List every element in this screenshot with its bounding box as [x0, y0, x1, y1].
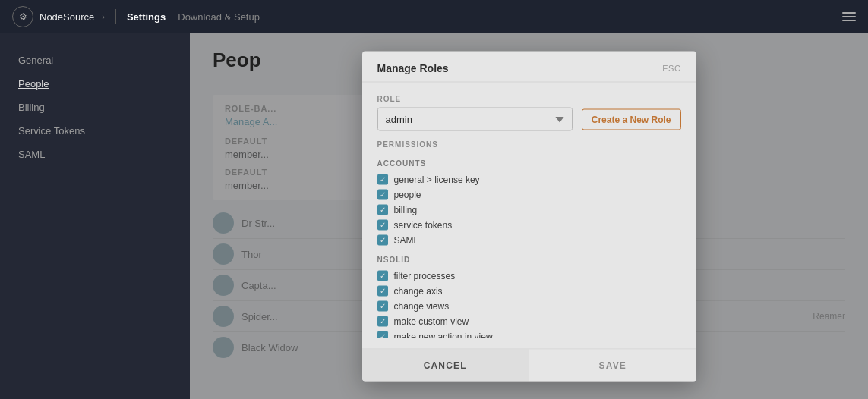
perm-text: make new action in view — [394, 331, 493, 338]
perm-item-make-new-action: make new action in view — [377, 329, 681, 338]
perm-item-make-custom-view: make custom view — [377, 314, 681, 329]
perm-item-change-views: change views — [377, 299, 681, 314]
sidebar-item-people[interactable]: People — [0, 72, 190, 96]
perm-text: change views — [394, 301, 450, 312]
cancel-button[interactable]: CANCEL — [362, 350, 530, 382]
perm-item-change-axis: change axis — [377, 284, 681, 299]
perm-text: make custom view — [394, 316, 469, 327]
top-nav: ⚙ NodeSource › Settings Download & Setup — [0, 0, 868, 33]
perm-checkbox[interactable] — [377, 301, 388, 312]
logo-icon: ⚙ — [12, 6, 33, 27]
perm-checkbox[interactable] — [377, 286, 388, 297]
nsolid-group-label: NSOLID — [377, 256, 681, 264]
content-area: Peop ROLE-BA... Manage A... DEFAULT memb… — [190, 33, 868, 399]
nav-download[interactable]: Download & Setup — [178, 11, 260, 23]
permissions-section: ACCOUNTS general > license key people bi… — [377, 156, 681, 338]
hamburger-menu[interactable] — [842, 12, 856, 21]
perm-text: people — [394, 190, 421, 200]
logo-chevron: › — [102, 12, 105, 21]
perm-checkbox[interactable] — [377, 331, 388, 338]
nav-settings[interactable]: Settings — [127, 11, 166, 23]
perm-text: filter processes — [394, 271, 456, 281]
modal-body: ROLE admin member viewer Create a New Ro… — [362, 83, 696, 338]
perm-checkbox[interactable] — [377, 316, 388, 327]
sidebar-item-saml[interactable]: SAML — [0, 143, 190, 166]
perm-item-people: people — [377, 187, 681, 203]
logo-area: ⚙ NodeSource › — [12, 6, 105, 27]
modal-header: Manage Roles ESC — [362, 52, 696, 83]
save-button[interactable]: SAVE — [529, 350, 696, 382]
perm-text: service tokens — [394, 220, 453, 231]
sidebar-item-billing[interactable]: Billing — [0, 96, 190, 119]
perm-checkbox[interactable] — [377, 205, 388, 215]
perm-checkbox[interactable] — [377, 190, 388, 200]
perm-text: SAML — [394, 235, 419, 246]
perm-checkbox[interactable] — [377, 220, 388, 231]
permissions-label: PERMISSIONS — [377, 140, 681, 149]
perm-item-billing: billing — [377, 203, 681, 218]
perm-text: change axis — [394, 286, 443, 297]
nav-divider — [115, 9, 116, 24]
sidebar-item-general[interactable]: General — [0, 49, 190, 72]
perm-checkbox[interactable] — [377, 235, 388, 246]
create-new-role-button[interactable]: Create a New Role — [582, 108, 681, 130]
perm-text: general > license key — [394, 174, 480, 185]
sidebar-item-service-tokens[interactable]: Service Tokens — [0, 119, 190, 143]
perm-item-service-tokens: service tokens — [377, 218, 681, 233]
accounts-group-label: ACCOUNTS — [377, 159, 681, 168]
perm-item-saml: SAML — [377, 233, 681, 248]
main-layout: General People Billing Service Tokens SA… — [0, 33, 868, 399]
perm-checkbox[interactable] — [377, 174, 388, 185]
logo-text: NodeSource — [39, 11, 94, 23]
sidebar: General People Billing Service Tokens SA… — [0, 33, 190, 399]
modal-footer: CANCEL SAVE — [362, 349, 696, 382]
manage-roles-modal: Manage Roles ESC ROLE admin member viewe… — [362, 52, 696, 382]
perm-text: billing — [394, 205, 418, 215]
role-select-row: admin member viewer Create a New Role — [377, 108, 681, 131]
perm-item-filter-processes: filter processes — [377, 269, 681, 284]
modal-title: Manage Roles — [377, 62, 449, 74]
role-field-label: ROLE — [377, 95, 681, 103]
perm-checkbox[interactable] — [377, 271, 388, 281]
role-select[interactable]: admin member viewer — [377, 108, 573, 131]
perm-item-general-license: general > license key — [377, 172, 681, 187]
esc-button[interactable]: ESC — [662, 64, 680, 73]
